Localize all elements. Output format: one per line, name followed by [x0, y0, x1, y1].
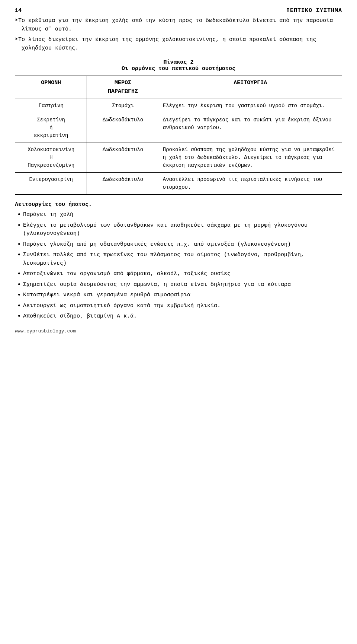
col-header-part: ΜΕΡΟΣΠΑΡΑΓΩΓΗΣ — [87, 76, 159, 99]
liver-bullet-list: Παράγει τη χολή Ελέγχει το μεταβολισμό τ… — [15, 211, 342, 321]
table-row: Γαστρίνη Στομάχι Ελέγχει την έκκριση του… — [15, 99, 342, 113]
intro-line1: ➤Το ερέθισμα για την έκκριση χολής από τ… — [15, 17, 342, 34]
part-secretin: Δωδεκαδάκτυλο — [87, 113, 159, 143]
col-header-part-text: ΜΕΡΟΣΠΑΡΑΓΩΓΗΣ — [108, 80, 138, 95]
part-enterogastrin: Δωδεκαδάκτυλο — [87, 173, 159, 195]
list-item: Συνθέτει πολλές από τις πρωτεΐνες του πλ… — [15, 251, 342, 268]
intro-section: ➤Το ερέθισμα για την έκκριση χολής από τ… — [15, 17, 342, 52]
table-row: Εντερογαστρίνη Δωδεκαδάκτυλο Αναστέλλει … — [15, 173, 342, 195]
list-item: Λειτουργεί ως αιμοποιητικό όργανο κατά τ… — [15, 302, 342, 310]
list-item: Καταστρέφει νεκρά και γερασμένα ερυθρά α… — [15, 291, 342, 300]
list-item: Ελέγχει το μεταβολισμό των υδατανθράκων … — [15, 221, 342, 238]
list-item: Αποτοξινώνει τον οργανισμό από φάρμακα, … — [15, 270, 342, 278]
function-cholecystokinin: Προκαλεί σύσπαση της χοληδόχου κύστης γι… — [159, 143, 342, 173]
page-title: ΠΕΠΤΙΚΟ ΣΥΣΤΗΜΑ — [286, 7, 342, 14]
table-header-row: ΟΡΜΟΝΗ ΜΕΡΟΣΠΑΡΑΓΩΓΗΣ ΛΕΙΤΟΥΡΓΙΑ — [15, 76, 342, 99]
list-item: Παράγει τη χολή — [15, 211, 342, 219]
table-title: Πίνακας 2 Οι ορμόνες του πεπτικού συστήμ… — [15, 59, 342, 72]
list-item: Σχηματίζει ουρία δεσμεύοντας την αμμωνία… — [15, 281, 342, 289]
hormones-table: ΟΡΜΟΝΗ ΜΕΡΟΣΠΑΡΑΓΩΓΗΣ ΛΕΙΤΟΥΡΓΙΑ Γαστρίν… — [15, 76, 342, 195]
function-enterogastrin: Αναστέλλει προσωρινά τις περισταλτικές κ… — [159, 173, 342, 195]
list-item: Παράγει γλυκόζη από μη υδατανθρακικές εν… — [15, 240, 342, 249]
part-cholecystokinin: Δωδεκαδάκτυλο — [87, 143, 159, 173]
col-header-function: ΛΕΙΤΟΥΡΓΙΑ — [159, 76, 342, 99]
part-gastrin: Στομάχι — [87, 99, 159, 113]
hormone-gastrin: Γαστρίνη — [15, 99, 87, 113]
page-header: 14 ΠΕΠΤΙΚΟ ΣΥΣΤΗΜΑ — [15, 7, 342, 14]
function-gastrin: Ελέγχει την έκκριση του γαστρικού υγρού … — [159, 99, 342, 113]
hormone-cholecystokinin: ΧολοκυστοκινίνηΗΠαγκρεοενζυμίνη — [15, 143, 87, 173]
liver-section-title: Λειτουργίες του ήπατος. — [15, 201, 342, 208]
list-item: Αποθηκεύει σίδηρο, βιταμίνη Α κ.ά. — [15, 312, 342, 321]
intro-line2: ➤Το λίπος διεγείρει την έκκριση της ορμό… — [15, 36, 342, 52]
table-row: ΧολοκυστοκινίνηΗΠαγκρεοενζυμίνη Δωδεκαδά… — [15, 143, 342, 173]
table-row: Σεκρετίνηήεκκριματίνη Δωδεκαδάκτυλο Διεγ… — [15, 113, 342, 143]
function-secretin: Διεγείρει το πάγκρεας και το συκώτι για … — [159, 113, 342, 143]
page-number: 14 — [15, 7, 22, 14]
hormone-secretin: Σεκρετίνηήεκκριματίνη — [15, 113, 87, 143]
col-header-hormone: ΟΡΜΟΝΗ — [15, 76, 87, 99]
footer-url: www.cyprusbiology.com — [15, 328, 342, 334]
hormone-enterogastrin: Εντερογαστρίνη — [15, 173, 87, 195]
